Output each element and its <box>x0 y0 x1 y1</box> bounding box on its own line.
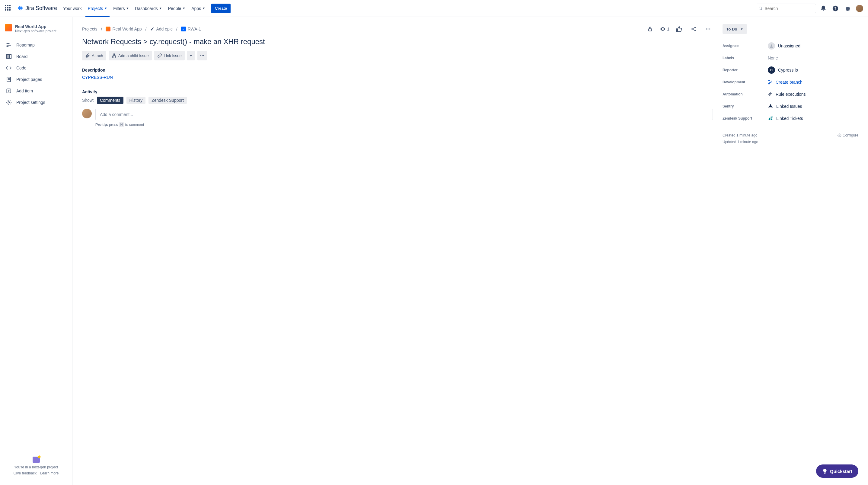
configure-button[interactable]: Configure <box>837 133 858 137</box>
watchers-button[interactable]: 1 <box>660 26 670 32</box>
breadcrumb-projects[interactable]: Projects <box>82 27 97 31</box>
nav-left: Jira Software Your work Projects▼ Filter… <box>4 0 230 17</box>
share-button[interactable] <box>689 24 699 34</box>
more-actions-button[interactable] <box>197 51 207 60</box>
nav-right: ? <box>756 4 864 13</box>
chevron-down-icon: ▼ <box>104 7 107 10</box>
nav-projects[interactable]: Projects▼ <box>85 0 110 17</box>
filter-zendesk[interactable]: Zendesk Support <box>149 97 187 104</box>
sidebar-item-code[interactable]: Code <box>2 62 70 74</box>
field-reporter[interactable]: Reporter C Cypress.io <box>722 64 858 76</box>
app-switcher-button[interactable] <box>4 4 13 13</box>
comment-input[interactable]: Add a comment... <box>95 109 713 120</box>
chevron-down-icon: ▼ <box>126 7 129 10</box>
field-label-development: Development <box>722 80 768 84</box>
svg-rect-27 <box>112 56 114 58</box>
svg-rect-17 <box>649 29 652 31</box>
layout: Real World App Next-gen software project… <box>0 17 868 485</box>
field-automation[interactable]: Automation Rule executions <box>722 88 858 100</box>
gear-icon <box>844 5 851 12</box>
field-value-assignee: Unassigned <box>768 42 858 50</box>
breadcrumb-separator: / <box>176 27 178 31</box>
reporter-value: Cypress.io <box>778 68 798 73</box>
field-assignee[interactable]: Assignee Unassigned <box>722 40 858 52</box>
nav-filters[interactable]: Filters▼ <box>111 0 131 17</box>
svg-rect-5 <box>7 45 11 46</box>
nav-your-work[interactable]: Your work <box>61 0 84 17</box>
hierarchy-icon <box>112 53 117 58</box>
jira-logo[interactable]: Jira Software <box>14 5 59 12</box>
search-box[interactable] <box>756 4 816 13</box>
learn-more-link[interactable]: Learn more <box>40 471 59 475</box>
create-button[interactable]: Create <box>211 4 230 13</box>
sidebar-item-project-pages[interactable]: Project pages <box>2 74 70 85</box>
issue-title[interactable]: Network Requests > cy.request() - make a… <box>82 37 713 46</box>
gear-icon <box>837 133 841 137</box>
breadcrumb-issue-key[interactable]: RWA-1 <box>181 27 201 31</box>
lock-button[interactable] <box>645 24 655 34</box>
attach-button[interactable]: Attach <box>82 51 106 60</box>
help-button[interactable]: ? <box>831 4 840 13</box>
updated-text: Updated 1 minute ago <box>722 140 758 144</box>
lightning-icon <box>768 92 773 97</box>
breadcrumb-separator: / <box>101 27 102 31</box>
pro-tip-label: Pro tip: <box>95 123 108 127</box>
filter-comments[interactable]: Comments <box>97 97 123 104</box>
svg-point-29 <box>200 55 201 56</box>
quickstart-button[interactable]: Quickstart <box>816 464 858 478</box>
bell-icon <box>820 5 827 12</box>
svg-point-25 <box>709 28 710 29</box>
vote-button[interactable] <box>674 24 684 34</box>
watchers-count: 1 <box>667 27 670 31</box>
field-value-zendesk: Linked Tickets <box>768 116 858 121</box>
svg-point-23 <box>706 28 707 29</box>
create-branch-link[interactable]: Create branch <box>776 80 803 85</box>
field-labels[interactable]: Labels None <box>722 52 858 64</box>
chevron-down-icon: ▼ <box>159 7 162 10</box>
nav-people[interactable]: People▼ <box>166 0 188 17</box>
show-label: Show: <box>82 98 94 103</box>
link-issue-label: Link issue <box>164 53 182 58</box>
field-label-labels: Labels <box>722 56 768 60</box>
give-feedback-link[interactable]: Give feedback <box>13 471 36 475</box>
status-dropdown[interactable]: To Do ▼ <box>722 24 747 34</box>
folder-icon <box>33 457 40 463</box>
project-header[interactable]: Real World App Next-gen software project <box>2 24 70 39</box>
quickstart-label: Quickstart <box>830 469 852 474</box>
add-child-issue-button[interactable]: Add a child issue <box>108 51 152 60</box>
notifications-button[interactable] <box>818 4 828 13</box>
field-value-reporter: C Cypress.io <box>768 66 858 74</box>
field-zendesk[interactable]: Zendesk Support Linked Tickets <box>722 112 858 124</box>
attachment-icon <box>85 53 90 58</box>
description-content[interactable]: CYPRESS-RUN <box>82 75 713 80</box>
sidebar-item-add-item[interactable]: Add item <box>2 85 70 97</box>
field-sentry[interactable]: Sentry Linked Issues <box>722 100 858 112</box>
link-dropdown-button[interactable]: ▼ <box>187 51 195 60</box>
add-epic-button[interactable]: Add epic <box>150 27 172 31</box>
more-actions-button[interactable] <box>703 24 713 34</box>
reporter-avatar-icon: C <box>768 66 775 74</box>
breadcrumb-project[interactable]: Real World App <box>105 27 142 31</box>
filter-history[interactable]: History <box>126 97 146 104</box>
search-input[interactable] <box>765 6 813 11</box>
nav-dashboards[interactable]: Dashboards▼ <box>132 0 164 17</box>
sidebar-item-label: Code <box>16 65 26 70</box>
link-issue-button[interactable]: Link issue <box>154 51 185 60</box>
add-icon <box>5 88 12 94</box>
nav-label: Projects <box>88 6 103 11</box>
sidebar-item-board[interactable]: Board <box>2 51 70 62</box>
jira-logo-text: Jira Software <box>25 5 57 11</box>
field-development[interactable]: Development Create branch <box>722 76 858 88</box>
unlock-icon <box>647 26 653 32</box>
settings-button[interactable] <box>843 4 852 13</box>
nav-apps[interactable]: Apps▼ <box>189 0 208 17</box>
sidebar-item-project-settings[interactable]: Project settings <box>2 97 70 108</box>
link-icon <box>157 53 162 58</box>
sidebar: Real World App Next-gen software project… <box>0 17 72 485</box>
project-subtitle: Next-gen software project <box>15 29 56 33</box>
sidebar-item-label: Add item <box>16 88 33 93</box>
sidebar-item-roadmap[interactable]: Roadmap <box>2 39 70 51</box>
svg-point-30 <box>202 55 203 56</box>
profile-button[interactable] <box>855 4 864 13</box>
activity-label: Activity <box>82 89 713 94</box>
